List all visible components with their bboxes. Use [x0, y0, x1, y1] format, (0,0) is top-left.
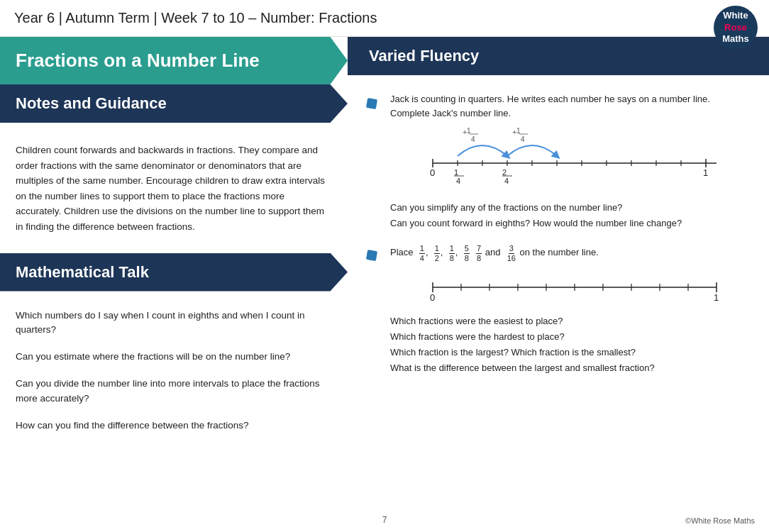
left-column: Fractions on a Number Line Notes and Gui…: [0, 37, 348, 514]
fluency-item-2-content: Place 14, 12, 18, 58 78 and 316 on the n…: [390, 244, 724, 376]
svg-text:0: 0: [430, 292, 435, 303]
diamond-icon-2: [362, 245, 382, 265]
right-content: Jack is counting in quarters. He writes …: [348, 84, 769, 397]
diamond-icon-1: [362, 94, 382, 113]
svg-rect-0: [366, 98, 377, 109]
notes-guidance-content: Children count forwards and backwards in…: [0, 131, 348, 246]
fraction-1-2: 12: [434, 244, 440, 262]
svg-text:4: 4: [456, 177, 460, 185]
header-title: Year 6 | Autumn Term | Week 7 to 10 – Nu…: [14, 10, 377, 26]
math-talk-q3: Can you divide the number line into more…: [16, 377, 332, 406]
math-talk-content: Which numbers do I say when I count in e…: [0, 300, 348, 455]
svg-text:0: 0: [430, 167, 435, 178]
fluency-item-1-content: Jack is counting in quarters. He writes …: [390, 92, 724, 231]
number-line-1: + 1 4 + 1 4: [419, 128, 724, 192]
main-layout: Fractions on a Number Line Notes and Gui…: [0, 37, 769, 514]
svg-text:4: 4: [521, 135, 525, 143]
fluency-item-1: Jack is counting in quarters. He writes …: [362, 92, 755, 231]
svg-text:1: 1: [714, 292, 719, 303]
svg-text:1: 1: [703, 167, 708, 178]
svg-text:1: 1: [516, 128, 521, 135]
math-talk-q1: Which numbers do I say when I count in e…: [16, 309, 332, 338]
fraction-1-4: 14: [419, 244, 425, 262]
fraction-7-8: 78: [476, 244, 482, 262]
logo-white: White: [723, 10, 748, 22]
fluency-item-2-questions: Which fractions were the easiest to plac…: [390, 314, 724, 376]
fraction-1-8: 18: [449, 244, 455, 262]
fraction-5-8: 58: [464, 244, 470, 262]
main-section-title: Fractions on a Number Line: [0, 37, 348, 84]
fluency-item-2: Place 14, 12, 18, 58 78 and 316 on the n…: [362, 244, 755, 376]
math-talk-q4: How can you find the difference between …: [16, 419, 332, 433]
varied-fluency-title: Varied Fluency: [348, 37, 769, 75]
svg-text:2: 2: [502, 168, 507, 177]
notes-text: Children count forwards and backwards in…: [16, 143, 332, 235]
logo-rose: Rose: [724, 22, 747, 34]
page-number: 7: [382, 515, 387, 525]
svg-text:4: 4: [504, 177, 509, 185]
math-talk-q2: Can you estimate where the fractions wil…: [16, 350, 332, 364]
notes-guidance-title: Notes and Guidance: [0, 84, 348, 123]
right-column: Varied Fluency Jack is counting in quart…: [348, 37, 769, 514]
fluency-item-1-questions: Can you simplify any of the fractions on…: [390, 200, 724, 231]
number-line-2: 0 1: [419, 270, 724, 305]
copyright: ©White Rose Maths: [685, 516, 755, 525]
math-talk-title: Mathematical Talk: [0, 253, 348, 292]
logo-maths: Maths: [722, 33, 749, 45]
fluency-item-1-text: Jack is counting in quarters. He writes …: [390, 92, 724, 121]
fluency-item-2-text: Place 14, 12, 18, 58 78 and 316 on the n…: [390, 244, 724, 262]
svg-rect-30: [366, 250, 377, 261]
logo: White Rose Maths: [714, 6, 758, 50]
svg-text:1: 1: [467, 128, 471, 135]
header: Year 6 | Autumn Term | Week 7 to 10 – Nu…: [0, 0, 769, 37]
svg-text:4: 4: [471, 135, 475, 143]
fraction-3-16: 316: [507, 244, 516, 262]
svg-text:1: 1: [454, 168, 458, 177]
